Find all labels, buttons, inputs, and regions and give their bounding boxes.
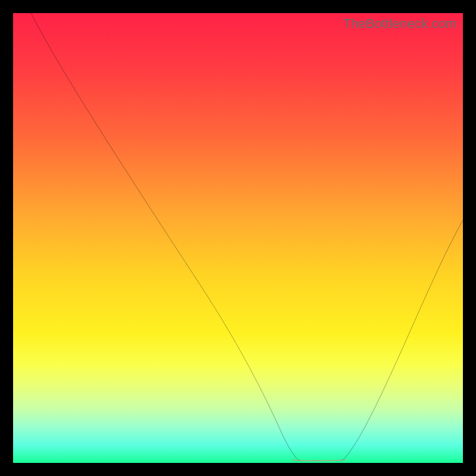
left-curve-path <box>31 13 301 461</box>
floor-marker-path <box>292 460 346 461</box>
right-curve-path <box>342 220 463 461</box>
chart-svg <box>13 13 463 463</box>
chart-container: TheBottleneck.com <box>0 0 476 476</box>
watermark-label: TheBottleneck.com <box>343 16 457 32</box>
chart-plot-area: TheBottleneck.com <box>13 13 463 463</box>
